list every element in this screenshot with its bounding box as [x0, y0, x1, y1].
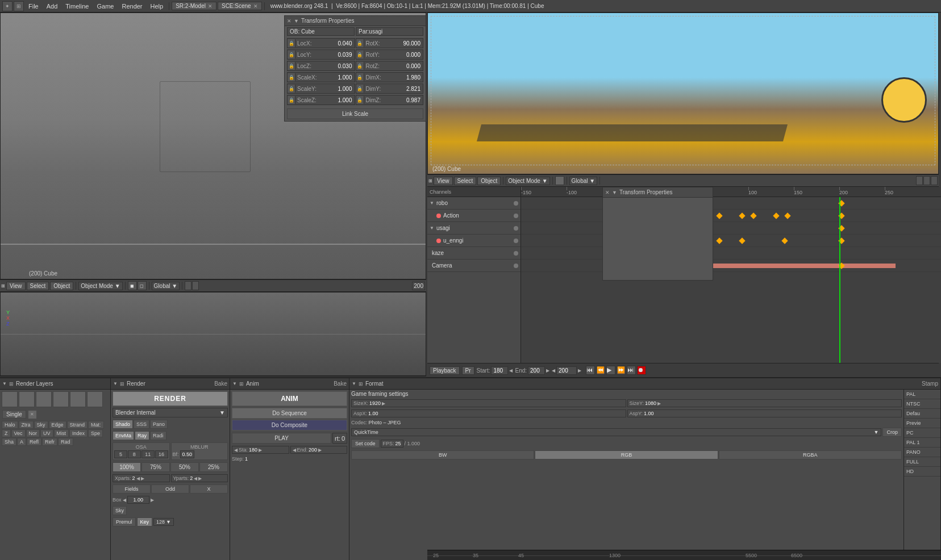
- xparts-arrow-r[interactable]: ▶: [141, 476, 144, 481]
- rvp-view-btn[interactable]: View: [434, 177, 453, 185]
- pb-next-icon[interactable]: ⏩: [617, 366, 626, 375]
- rl-thumb-2[interactable]: [36, 391, 52, 407]
- vp-view-btn[interactable]: View: [6, 282, 26, 290]
- chtag-sha[interactable]: Sha: [2, 438, 16, 446]
- osa-16[interactable]: 16: [155, 450, 168, 458]
- rot-y-lock[interactable]: 🔒: [356, 51, 364, 58]
- orientation-select[interactable]: Global ▼: [152, 282, 180, 290]
- panel-collapse-icon[interactable]: ▼: [294, 18, 299, 24]
- ob-field[interactable]: OB: Cube: [287, 27, 355, 36]
- chtag-ztra[interactable]: Ztra: [19, 421, 34, 429]
- pin-icon[interactable]: ✕: [287, 18, 292, 24]
- chtag-strand[interactable]: Strand: [67, 421, 88, 429]
- channel-usagi-dot[interactable]: [514, 226, 518, 231]
- fields-btn[interactable]: Fields: [113, 484, 151, 494]
- chtag-uv[interactable]: UV: [40, 429, 53, 437]
- dim-y-value[interactable]: 2.821: [388, 86, 423, 92]
- menu-game[interactable]: Game: [93, 2, 117, 11]
- menu-add[interactable]: Add: [43, 2, 61, 11]
- size-y-field[interactable]: SizeY: 1080 ▶: [627, 399, 902, 407]
- channel-kaze-dot[interactable]: [514, 251, 518, 256]
- pb-start-arrow-l[interactable]: ◀: [509, 368, 513, 373]
- chtag-mat[interactable]: Mat:: [88, 421, 104, 429]
- loc-z-lock[interactable]: 🔒: [288, 62, 295, 70]
- pb-frame-val[interactable]: 200: [556, 366, 577, 375]
- chtag-nor[interactable]: Nor: [26, 429, 40, 437]
- yparts-arrow-l[interactable]: ◀: [194, 476, 197, 481]
- pb-play-icon[interactable]: ▶: [606, 366, 615, 375]
- asp-y-field[interactable]: AspY: 1.00: [627, 409, 902, 417]
- chtag-z[interactable]: Z: [2, 429, 11, 437]
- premul-btn[interactable]: Premul: [113, 517, 136, 526]
- par-field[interactable]: Par:usagi: [356, 27, 423, 36]
- rot-z-value[interactable]: 0.000: [388, 63, 423, 69]
- ap-bake-label[interactable]: Bake: [334, 381, 347, 387]
- timeline-ruler[interactable]: -150 -100 -50 0 50 100 150 200 250: [521, 187, 941, 197]
- channel-item-usagi[interactable]: ▼ usagi: [427, 222, 521, 235]
- format-right-pc[interactable]: PC: [904, 428, 940, 438]
- rvp-snap-icon[interactable]: [916, 176, 923, 185]
- rvp-mode-select[interactable]: Object Mode ▼: [506, 177, 549, 185]
- channel-action-eye[interactable]: [514, 214, 518, 218]
- scale-z-value[interactable]: 1.000: [319, 97, 355, 103]
- format-right-full[interactable]: FULL: [904, 457, 940, 467]
- channel-robo-dot[interactable]: [514, 201, 518, 206]
- pb-pr-btn[interactable]: Pr: [462, 366, 474, 375]
- vp-mode-select[interactable]: Object Mode ▼: [78, 282, 122, 290]
- loc-y-lock[interactable]: 🔒: [288, 51, 295, 58]
- odd-btn[interactable]: Odd: [151, 484, 189, 494]
- rvp-expand-icon[interactable]: [931, 176, 938, 185]
- sta-arrow-r[interactable]: ▶: [259, 448, 262, 453]
- format-right-pano[interactable]: PANO: [904, 448, 940, 457]
- sky-btn[interactable]: Sky: [113, 506, 127, 515]
- rl-thumb-3[interactable]: [53, 391, 69, 407]
- chtag-rad[interactable]: Rad: [58, 438, 73, 446]
- loc-x-value[interactable]: 0.040: [319, 40, 355, 47]
- dim-z-lock[interactable]: 🔒: [356, 96, 364, 104]
- channel-item-robo[interactable]: ▼ robo: [427, 197, 521, 210]
- end-field[interactable]: ◀ End: 200 ▶: [290, 446, 348, 454]
- rot-x-lock[interactable]: 🔒: [356, 39, 364, 47]
- asp-x-field[interactable]: AspX: 1.00: [351, 409, 626, 417]
- key-btn[interactable]: Key: [137, 517, 153, 526]
- loc-z-value[interactable]: 0.030: [319, 63, 355, 69]
- scale-y-value[interactable]: 1.000: [319, 86, 355, 92]
- vp-object-btn[interactable]: Object: [50, 282, 73, 290]
- loc-y-value[interactable]: 0.039: [319, 52, 355, 58]
- dim-x-value[interactable]: 1.980: [388, 74, 423, 81]
- viewport-3d-bottom[interactable]: (200) Cube Y X Z: [0, 292, 426, 376]
- yparts-arrow-r[interactable]: ▶: [198, 476, 202, 481]
- osa-5[interactable]: 5: [114, 450, 127, 458]
- kf-action-7[interactable]: [739, 212, 745, 219]
- rtp-pin-icon[interactable]: ✕: [605, 190, 610, 195]
- pct-25[interactable]: 25%: [199, 462, 228, 472]
- scale-x-lock[interactable]: 🔒: [288, 73, 295, 81]
- shading-shado[interactable]: Shado: [113, 420, 133, 429]
- shading-radi[interactable]: Radi: [150, 431, 166, 440]
- size-x-arrow[interactable]: ▶: [382, 401, 385, 406]
- pb-start-val[interactable]: 180: [491, 366, 508, 375]
- sta-field[interactable]: ◀ Sta: 180 ▶: [232, 446, 289, 454]
- rtp-collapse-icon[interactable]: ▼: [612, 190, 617, 195]
- chtag-index[interactable]: Index: [69, 429, 88, 437]
- bf-val[interactable]: 0.50: [180, 450, 195, 458]
- pct-75[interactable]: 75%: [141, 462, 170, 472]
- yparts-field[interactable]: Yparts: 2 ◀ ▶: [171, 474, 228, 482]
- format-right-ntsc[interactable]: NTSC: [904, 399, 940, 409]
- chtag-halo[interactable]: Halo: [2, 421, 18, 429]
- rvp-orientation-select[interactable]: Global ▼: [569, 177, 598, 185]
- x-btn[interactable]: X: [190, 484, 228, 494]
- channel-robo-triangle[interactable]: ▼: [430, 200, 434, 206]
- channel-item-action[interactable]: Action: [427, 210, 521, 222]
- ap-triangle[interactable]: ▼: [232, 381, 237, 386]
- crop-btn[interactable]: Crop: [882, 428, 902, 437]
- rp-bake-label[interactable]: Bake: [214, 381, 227, 387]
- bw-btn[interactable]: BW: [351, 450, 534, 459]
- channel-usagi-triangle[interactable]: ▼: [430, 225, 434, 231]
- kf-action-6[interactable]: [716, 212, 722, 219]
- rl-triangle[interactable]: ▼: [2, 381, 7, 386]
- play-btn[interactable]: PLAY: [232, 433, 331, 444]
- prop-edit-icon[interactable]: [192, 281, 199, 290]
- shading-wire-icon[interactable]: ◻: [138, 281, 147, 290]
- pb-end-val[interactable]: 200: [528, 366, 545, 375]
